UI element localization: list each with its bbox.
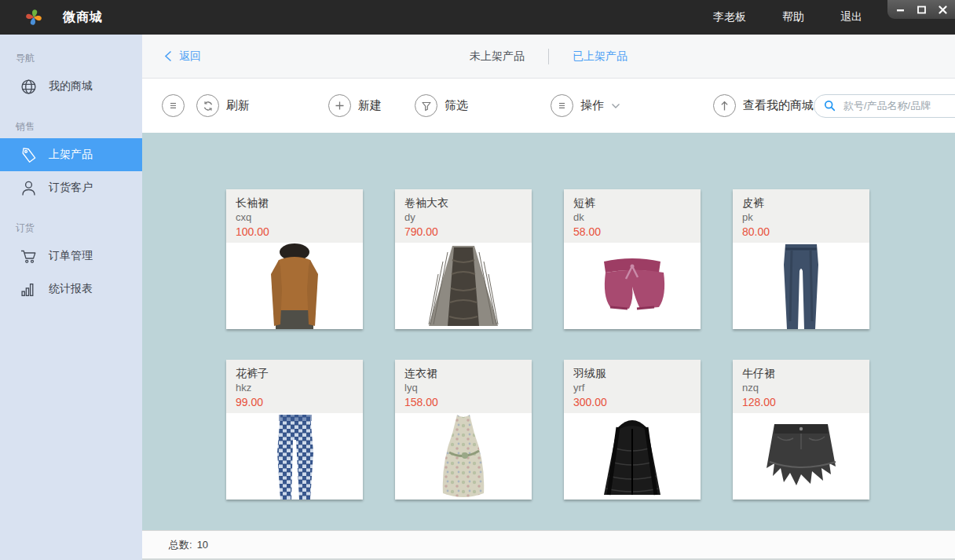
tab-divider	[548, 49, 549, 64]
sidebar-item-my-mall[interactable]: 我的商城	[0, 70, 142, 103]
bar-chart-icon	[20, 281, 37, 298]
search-box[interactable]	[814, 94, 955, 118]
product-card[interactable]: 卷袖大衣 dy 790.00	[395, 189, 532, 329]
sidebar-section-sales: 销售	[0, 103, 142, 138]
tab-listed-products[interactable]: 已上架产品	[573, 49, 628, 64]
exit-link[interactable]: 退出	[840, 10, 862, 24]
user-menu[interactable]: 李老板	[713, 10, 746, 24]
product-image	[226, 243, 363, 329]
product-name: 长袖裙	[236, 196, 353, 210]
total-value: 10	[197, 539, 208, 551]
new-label: 新建	[358, 98, 382, 113]
sidebar-section-ordering: 订货	[0, 204, 142, 240]
sidebar-item-listed-products[interactable]: 上架产品	[0, 138, 142, 171]
footer-bar: 总数: 10	[142, 530, 955, 560]
tab-bar: 返回 未上架产品 已上架产品	[142, 35, 955, 79]
maximize-icon[interactable]	[916, 4, 927, 15]
product-card[interactable]: 花裤子 hkz 99.00	[226, 360, 363, 500]
person-icon	[20, 180, 37, 196]
product-price: 100.00	[236, 225, 353, 240]
pinwheel-logo-icon	[24, 7, 44, 27]
body: 导航 我的商城 销售 上架产品	[0, 35, 955, 560]
product-image	[733, 243, 869, 329]
refresh-icon	[196, 94, 219, 117]
arrow-up-icon	[713, 94, 736, 117]
app-window: 微商城 李老板 帮助 退出 导航	[0, 0, 955, 560]
filter-label: 筛选	[445, 98, 468, 113]
new-button[interactable]: 新建	[328, 94, 382, 117]
sidebar-item-statistics[interactable]: 统计报表	[0, 273, 142, 306]
tab-unlisted-products[interactable]: 未上架产品	[470, 49, 525, 64]
product-card-header: 卷袖大衣 dy 790.00	[395, 189, 532, 243]
close-icon[interactable]	[937, 4, 948, 15]
sidebar-item-label: 订货客户	[49, 181, 93, 195]
product-code: nzq	[742, 381, 860, 395]
sidebar-item-label: 订单管理	[49, 249, 93, 263]
window-controls	[887, 0, 955, 19]
product-name: 羽绒服	[573, 366, 691, 381]
product-price: 158.00	[404, 395, 522, 410]
product-card[interactable]: 短裤 dk 58.00	[564, 189, 701, 329]
product-price: 128.00	[742, 395, 860, 410]
product-code: hkz	[236, 381, 353, 395]
sidebar-item-order-management[interactable]: 订单管理	[0, 240, 142, 273]
product-code: pk	[742, 210, 860, 225]
content-area: 长袖裙 cxq 100.00 卷袖大衣 dy 790.00 短裤 dk 58.0…	[142, 133, 955, 530]
product-code: cxq	[236, 210, 353, 225]
product-name: 牛仔裙	[742, 366, 860, 381]
sidebar-item-order-customers[interactable]: 订货客户	[0, 171, 142, 204]
app-title: 微商城	[63, 9, 103, 26]
product-card-header: 长袖裙 cxq 100.00	[226, 189, 363, 243]
product-image	[395, 413, 532, 500]
product-code: dy	[404, 210, 522, 225]
minimize-icon[interactable]	[895, 4, 906, 15]
product-code: dk	[573, 210, 691, 225]
product-image	[564, 243, 701, 329]
search-icon	[824, 100, 836, 112]
actions-label: 操作	[580, 98, 604, 113]
product-price: 790.00	[404, 225, 522, 240]
view-my-mall-label: 查看我的商城	[743, 98, 814, 113]
toolbar: 刷新 新建 筛选	[142, 79, 955, 133]
chevron-down-icon	[611, 103, 620, 109]
view-my-mall-button[interactable]: 查看我的商城	[713, 94, 814, 117]
back-label: 返回	[179, 49, 201, 64]
product-card[interactable]: 皮裤 pk 80.00	[733, 189, 869, 329]
refresh-button[interactable]: 刷新	[196, 94, 250, 117]
topbar-links: 李老板 帮助 退出	[713, 10, 862, 24]
sidebar-item-label: 上架产品	[49, 148, 93, 162]
product-card[interactable]: 连衣裙 lyq 158.00	[395, 360, 532, 500]
sidebar-section-nav: 导航	[0, 35, 142, 70]
product-card-header: 花裤子 hkz 99.00	[226, 360, 363, 413]
filter-button[interactable]: 筛选	[415, 94, 468, 117]
product-name: 连衣裙	[404, 366, 522, 381]
product-card[interactable]: 羽绒服 yrf 300.00	[564, 360, 701, 500]
search-input[interactable]	[842, 99, 955, 112]
cart-icon	[20, 248, 37, 265]
product-price: 58.00	[573, 225, 691, 240]
product-card[interactable]: 牛仔裙 nzq 128.00	[733, 360, 869, 500]
product-code: yrf	[573, 381, 691, 395]
list-menu-icon	[551, 94, 573, 117]
product-card-header: 连衣裙 lyq 158.00	[395, 360, 532, 413]
funnel-icon	[415, 94, 437, 117]
product-code: lyq	[404, 381, 522, 395]
back-button[interactable]: 返回	[164, 49, 201, 64]
sidebar-item-label: 统计报表	[49, 282, 93, 296]
product-card-header: 羽绒服 yrf 300.00	[564, 360, 701, 413]
plus-icon	[328, 94, 351, 117]
tab-group: 未上架产品 已上架产品	[470, 49, 628, 64]
product-card[interactable]: 长袖裙 cxq 100.00	[226, 189, 363, 329]
main-panel: 返回 未上架产品 已上架产品	[142, 35, 955, 560]
list-menu-icon[interactable]	[162, 94, 185, 117]
product-name: 花裤子	[236, 366, 353, 381]
actions-dropdown[interactable]: 操作	[551, 94, 620, 117]
product-image	[564, 413, 701, 500]
product-card-header: 皮裤 pk 80.00	[733, 189, 869, 243]
sidebar: 导航 我的商城 销售 上架产品	[0, 35, 142, 560]
product-name: 卷袖大衣	[404, 196, 522, 210]
total-label: 总数:	[169, 538, 192, 552]
help-link[interactable]: 帮助	[782, 10, 804, 24]
tag-icon	[20, 147, 37, 163]
product-name: 皮裤	[742, 196, 860, 210]
